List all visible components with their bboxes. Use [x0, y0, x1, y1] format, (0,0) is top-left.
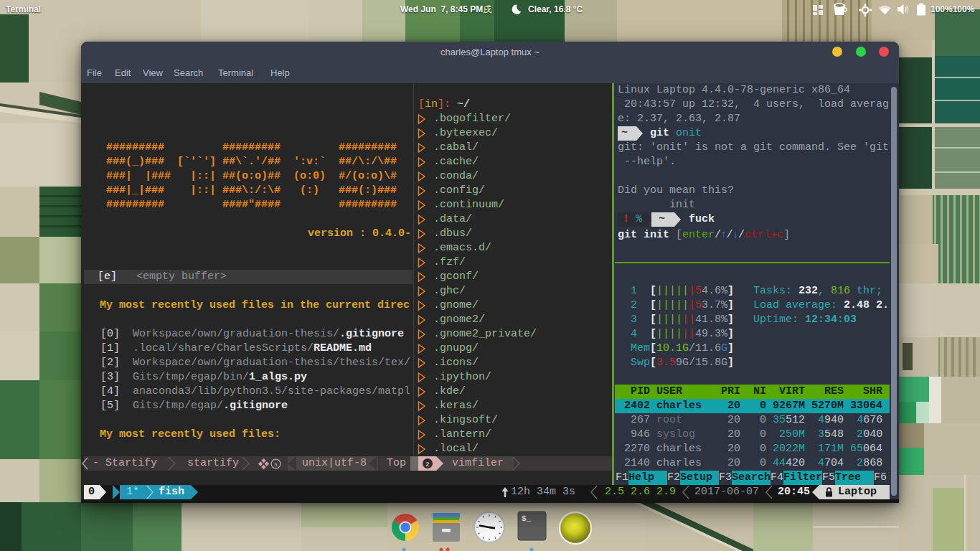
svg-text:s: s: [274, 461, 278, 468]
svg-text:$_: $_: [522, 514, 532, 523]
svg-text:2: 2: [425, 460, 429, 468]
